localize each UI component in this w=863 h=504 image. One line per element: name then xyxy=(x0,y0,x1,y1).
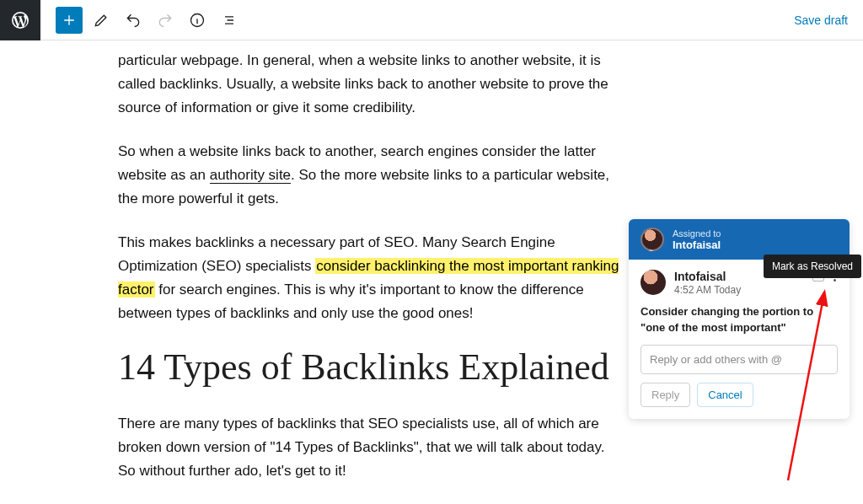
paragraph[interactable]: particular webpage. In general, when a w… xyxy=(118,49,624,120)
editor-content[interactable]: particular webpage. In general, when a w… xyxy=(0,40,624,483)
comment-text: Consider changing the portion to "one of… xyxy=(641,304,838,336)
list-view-icon xyxy=(221,12,238,29)
link-authority-site[interactable]: authority site xyxy=(210,167,291,184)
paragraph[interactable]: There are many types of backlinks that S… xyxy=(118,412,624,483)
comment-author-name: Intofaisal xyxy=(674,270,741,283)
comment-reply-area: Reply or add others with @ Reply Cancel xyxy=(629,345,850,419)
editor-toolbar: Save draft xyxy=(0,0,863,40)
outline-button[interactable] xyxy=(216,7,243,34)
comment-assigned-header: Assigned to Intofaisal xyxy=(629,219,850,260)
text: for search engines. This is why it's imp… xyxy=(118,281,584,321)
undo-icon xyxy=(125,12,142,29)
heading[interactable]: 14 Types of Backlinks Explained xyxy=(118,346,624,390)
toolbar-left-group xyxy=(40,7,243,34)
resolve-tooltip: Mark as Resolved xyxy=(764,255,861,278)
assignee-name: Intofaisal xyxy=(673,239,721,251)
edit-mode-button[interactable] xyxy=(88,7,115,34)
cancel-button[interactable]: Cancel xyxy=(697,383,753,407)
add-block-button[interactable] xyxy=(56,7,83,34)
undo-button[interactable] xyxy=(120,7,147,34)
comment-timestamp: 4:52 AM Today xyxy=(674,284,741,296)
wordpress-logo[interactable] xyxy=(0,0,40,40)
paragraph[interactable]: This makes backlinks a necessary part of… xyxy=(118,231,624,325)
reply-button[interactable]: Reply xyxy=(641,383,690,407)
comment-panel: Mark as Resolved Assigned to Intofaisal … xyxy=(629,219,850,419)
paragraph[interactable]: So when a website links back to another,… xyxy=(118,140,624,211)
save-draft-button[interactable]: Save draft xyxy=(794,13,848,27)
avatar xyxy=(641,228,664,251)
wordpress-icon xyxy=(10,10,30,30)
redo-icon xyxy=(157,12,174,29)
assigned-label: Assigned to xyxy=(673,228,721,239)
reply-placeholder: Reply or add others with @ xyxy=(650,353,782,366)
info-icon xyxy=(189,12,206,29)
reply-input[interactable]: Reply or add others with @ xyxy=(641,345,838,374)
redo-button xyxy=(152,7,179,34)
avatar xyxy=(641,270,666,295)
info-button[interactable] xyxy=(184,7,211,34)
assigned-text: Assigned to Intofaisal xyxy=(673,228,721,251)
plus-icon xyxy=(61,12,78,29)
pencil-icon xyxy=(93,12,110,29)
